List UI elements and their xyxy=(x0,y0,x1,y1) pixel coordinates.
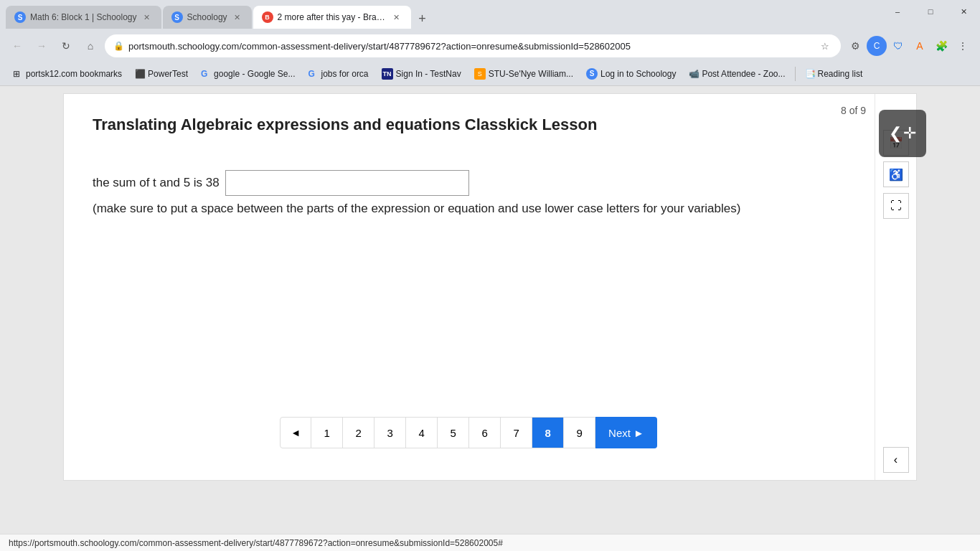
content-area: Translating Algebraic expressions and eq… xyxy=(93,116,844,216)
pagination: ◄ 1 2 3 4 5 6 7 8 9 Next ► xyxy=(93,417,844,448)
tab-title-3: 2 more after this yay - Brainly.co xyxy=(278,12,387,22)
tab-close-3[interactable]: ✕ xyxy=(391,11,402,23)
bookmark-zoom[interactable]: 📹 Post Attendee - Zoo... xyxy=(683,67,791,81)
refresh-button[interactable]: ↻ xyxy=(56,36,76,56)
bookmark-google[interactable]: G google - Google Se... xyxy=(195,67,301,81)
address-icons: ☆ xyxy=(818,39,832,53)
answer-input[interactable] xyxy=(225,170,469,196)
bookmark-reading-list[interactable]: 📑 Reading list xyxy=(799,67,869,81)
page-counter: 8 of 9 xyxy=(841,105,866,116)
bookmark-favicon-5: TN xyxy=(382,68,393,80)
new-tab-button[interactable]: + xyxy=(413,9,433,29)
menu-icon[interactable]: ⋮ xyxy=(953,36,973,56)
page-4-button[interactable]: 4 xyxy=(406,417,438,448)
forward-button[interactable]: → xyxy=(32,36,52,56)
bookmark-label-6: STU-Se'Nye William... xyxy=(489,69,573,79)
extension-icon2[interactable]: 🧩 xyxy=(931,36,951,56)
status-bar: https://portsmouth.schoology.com/common-… xyxy=(0,534,980,551)
tab-schoology[interactable]: S Schoology ✕ xyxy=(163,6,252,29)
accessibility-icon[interactable]: ♿ xyxy=(883,161,909,187)
back-button[interactable]: ← xyxy=(7,36,27,56)
bookmark-favicon-2: ⬛ xyxy=(135,69,145,79)
left-arrow-icon: ❮ xyxy=(889,124,902,143)
tab-close-2[interactable]: ✕ xyxy=(232,11,243,23)
bookmark-label-9: Reading list xyxy=(818,69,863,79)
minimize-button[interactable]: – xyxy=(881,0,914,23)
address-text: portsmouth.schoology.com/common-assessme… xyxy=(128,41,814,52)
bookmark-favicon-6: S xyxy=(474,68,486,80)
maximize-button[interactable]: □ xyxy=(914,0,947,23)
move-overlay[interactable]: ❮ ✛ xyxy=(879,110,926,157)
status-url: https://portsmouth.schoology.com/common-… xyxy=(9,538,503,548)
tab-title-2: Schoology xyxy=(187,12,227,22)
question-prefix: the sum of t and 5 is 38 xyxy=(93,176,220,190)
bookmark-favicon-9: 📑 xyxy=(805,69,815,79)
extensions-icon[interactable]: ⚙ xyxy=(845,36,865,56)
bookmark-label-1: portsk12.com bookmarks xyxy=(26,69,122,79)
page-5-button[interactable]: 5 xyxy=(438,417,469,448)
bookmark-label-3: google - Google Se... xyxy=(214,69,295,79)
bookmark-portsk12[interactable]: ⊞ portsk12.com bookmarks xyxy=(7,67,128,81)
close-button[interactable]: ✕ xyxy=(947,0,980,23)
browser-action-icons: ⚙ C 🛡 A 🧩 ⋮ xyxy=(845,36,973,56)
lesson-title: Translating Algebraic expressions and eq… xyxy=(93,116,801,134)
question-suffix: (make sure to put a space between the pa… xyxy=(93,202,740,216)
tab-math-schoology[interactable]: S Math 6: Block 1 | Schoology ✕ xyxy=(6,6,161,29)
bookmark-powertest[interactable]: ⬛ PowerTest xyxy=(129,67,194,81)
bookmarks-bar: ⊞ portsk12.com bookmarks ⬛ PowerTest G g… xyxy=(0,63,980,86)
page-7-button[interactable]: 7 xyxy=(501,417,532,448)
bookmark-divider xyxy=(795,67,796,81)
bookmark-label-8: Post Attendee - Zoo... xyxy=(702,69,785,79)
bookmark-favicon-8: 📹 xyxy=(689,69,699,79)
tab-favicon-2: S xyxy=(171,11,183,23)
bookmark-jobs-orca[interactable]: G jobs for orca xyxy=(303,67,374,81)
bookmark-stu[interactable]: S STU-Se'Nye William... xyxy=(468,66,579,82)
prev-page-button[interactable]: ◄ xyxy=(280,417,311,448)
bookmark-label-5: Sign In - TestNav xyxy=(396,69,461,79)
bookmark-label-2: PowerTest xyxy=(148,69,188,79)
address-bar-row: ← → ↻ ⌂ 🔒 portsmouth.schoology.com/commo… xyxy=(0,29,980,63)
bookmark-favicon-4: G xyxy=(308,69,319,79)
tab-favicon-1: S xyxy=(14,11,26,23)
browser-chrome: S Math 6: Block 1 | Schoology ✕ S School… xyxy=(0,0,980,86)
tab-bar: S Math 6: Block 1 | Schoology ✕ S School… xyxy=(0,0,980,29)
bookmark-favicon-7: S xyxy=(586,68,598,80)
page-9-button[interactable]: 9 xyxy=(564,417,595,448)
avast-icon[interactable]: A xyxy=(910,36,930,56)
move-icon: ✛ xyxy=(903,124,916,143)
bookmark-testnav[interactable]: TN Sign In - TestNav xyxy=(376,66,467,82)
address-bar[interactable]: 🔒 portsmouth.schoology.com/common-assess… xyxy=(105,34,841,57)
shield-icon[interactable]: 🛡 xyxy=(888,36,908,56)
bookmark-label-7: Log in to Schoology xyxy=(600,69,676,79)
tab-close-1[interactable]: ✕ xyxy=(141,11,153,23)
bookmark-schoology-login[interactable]: S Log in to Schoology xyxy=(580,66,682,82)
next-button[interactable]: Next ► xyxy=(595,417,657,448)
page-6-button[interactable]: 6 xyxy=(469,417,501,448)
bookmark-favicon-1: ⊞ xyxy=(13,69,23,79)
page-3-button[interactable]: 3 xyxy=(374,417,406,448)
window-controls: – □ ✕ xyxy=(881,0,980,23)
tab-favicon-3: B xyxy=(262,11,273,23)
bookmark-favicon-3: G xyxy=(201,69,211,79)
bookmark-label-4: jobs for orca xyxy=(321,69,369,79)
page-8-button[interactable]: 8 xyxy=(532,417,564,448)
main-content: 8 of 9 📅 ♿ ⛶ ‹ Translating Algebraic exp… xyxy=(0,86,980,534)
tab-title-1: Math 6: Block 1 | Schoology xyxy=(30,12,137,22)
question-row: the sum of t and 5 is 38 (make sure to p… xyxy=(93,170,801,216)
tab-brainly[interactable]: B 2 more after this yay - Brainly.co ✕ xyxy=(253,6,411,29)
page-2-button[interactable]: 2 xyxy=(343,417,374,448)
chevron-left-icon[interactable]: ‹ xyxy=(883,447,909,473)
profile-icon[interactable]: C xyxy=(867,36,887,56)
fullscreen-icon[interactable]: ⛶ xyxy=(883,193,909,219)
star-icon[interactable]: ☆ xyxy=(818,39,832,53)
page-1-button[interactable]: 1 xyxy=(311,417,343,448)
home-button[interactable]: ⌂ xyxy=(80,36,100,56)
